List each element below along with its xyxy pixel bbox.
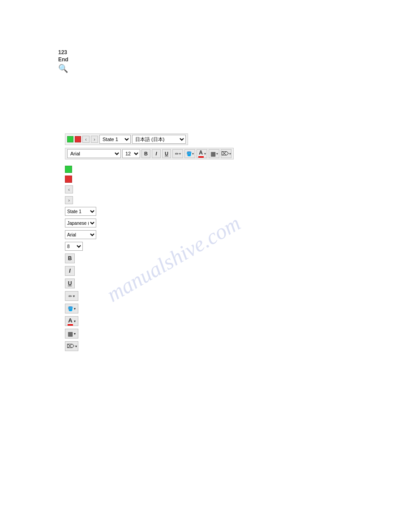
highlight-icon: ▦ (210, 150, 216, 157)
size-dropdown[interactable]: 8 10 12 12 14 16 (122, 149, 140, 158)
next-button[interactable]: › (91, 136, 98, 143)
top-icons-area: 123 End 🔍 (58, 49, 68, 73)
prev-button[interactable]: ‹ (82, 136, 90, 143)
pencil-icon: ✏ (175, 151, 179, 156)
sidebar-bold-button[interactable]: B (65, 253, 75, 263)
eraser-dropdown-arrow[interactable]: ▾ (229, 152, 231, 156)
sidebar-state-dropdown[interactable]: State 1 State 2 (65, 207, 96, 216)
sidebar-prev-button[interactable]: ‹ (65, 185, 73, 193)
font-dropdown[interactable]: Arial Times New Roman Courier New (67, 149, 121, 158)
sidebar-highlight-icon: ▦ (68, 330, 73, 337)
state-dropdown[interactable]: State 1 State 2 State 3 (99, 135, 131, 144)
sidebar-text-color-wrap: A (68, 317, 73, 326)
paint-dropdown-arrow[interactable]: ▾ (192, 152, 194, 156)
sidebar-italic-button[interactable]: I (65, 266, 75, 276)
sidebar-red-indicator[interactable] (65, 176, 72, 183)
text-color-button[interactable]: A ▾ (197, 149, 207, 158)
sidebar-text-color-bar (68, 324, 73, 326)
toolbar-row2: Arial Times New Roman Courier New 8 10 1… (65, 148, 234, 159)
eraser-icon: ⌦ (221, 150, 229, 157)
number-icon-label: 123 (58, 49, 68, 56)
watermark: manualshive.com (103, 210, 244, 307)
red-indicator[interactable] (75, 136, 81, 142)
sidebar-next-button[interactable]: › (65, 196, 73, 204)
text-color-wrap: A (198, 150, 204, 158)
search-icon[interactable]: 🔍 (58, 64, 68, 73)
sidebar-size-dropdown[interactable]: 8 10 12 (65, 242, 83, 251)
sidebar-highlight-button[interactable]: ▦ ▾ (65, 329, 78, 339)
text-color-bar (198, 156, 204, 158)
end-icon-label: End (58, 56, 68, 63)
text-color-icon: A (199, 150, 203, 156)
sidebar-green-indicator[interactable] (65, 166, 72, 173)
sidebar-eraser-arrow[interactable]: ▾ (75, 344, 77, 348)
toolbar-row1: ‹ › State 1 State 2 State 3 日本語 (日本) Eng… (65, 133, 188, 145)
sidebar-highlight-arrow[interactable]: ▾ (74, 332, 76, 336)
sidebar-eraser-button[interactable]: ⌦ ▾ (65, 341, 78, 351)
sidebar-paint-arrow[interactable]: ▾ (74, 307, 76, 311)
pencil-color-button[interactable]: ✏ ▾ (172, 149, 183, 158)
sidebar-paint-button[interactable]: 🪣 ▾ (65, 304, 78, 313)
italic-button[interactable]: I (152, 149, 161, 158)
highlight-dropdown-arrow[interactable]: ▾ (216, 152, 218, 156)
paint-bucket-button[interactable]: 🪣 ▾ (184, 149, 195, 158)
sidebar-text-color-arrow[interactable]: ▾ (74, 319, 76, 323)
sidebar-eraser-icon: ⌦ (67, 343, 74, 349)
sidebar-language-dropdown[interactable]: Japanese (Japan) English (US) (65, 219, 96, 227)
sidebar-pencil-icon: ✏ (68, 294, 72, 299)
left-sidebar: ‹ › State 1 State 2 Japanese (Japan) Eng… (65, 166, 101, 351)
sidebar-paint-icon: 🪣 (68, 306, 73, 311)
highlight-button[interactable]: ▦ ▾ (209, 149, 219, 158)
text-color-dropdown-arrow[interactable]: ▾ (204, 152, 206, 156)
bold-button[interactable]: B (141, 149, 150, 158)
sidebar-pencil-button[interactable]: ✏ ▾ (65, 291, 78, 301)
sidebar-underline-button[interactable]: U (65, 279, 75, 288)
sidebar-pencil-arrow[interactable]: ▾ (73, 294, 75, 298)
sidebar-text-color-icon: A (68, 317, 72, 324)
eraser-button[interactable]: ⌦ ▾ (221, 149, 231, 158)
underline-button[interactable]: U (162, 149, 171, 158)
sidebar-font-dropdown[interactable]: Arial Times New Roman (65, 230, 96, 239)
green-indicator[interactable] (67, 136, 73, 142)
pencil-dropdown-arrow[interactable]: ▾ (179, 152, 181, 156)
paint-bucket-icon: 🪣 (186, 151, 192, 156)
language-dropdown[interactable]: 日本語 (日本) English (US) (132, 135, 186, 144)
sidebar-text-color-button[interactable]: A ▾ (65, 316, 78, 326)
